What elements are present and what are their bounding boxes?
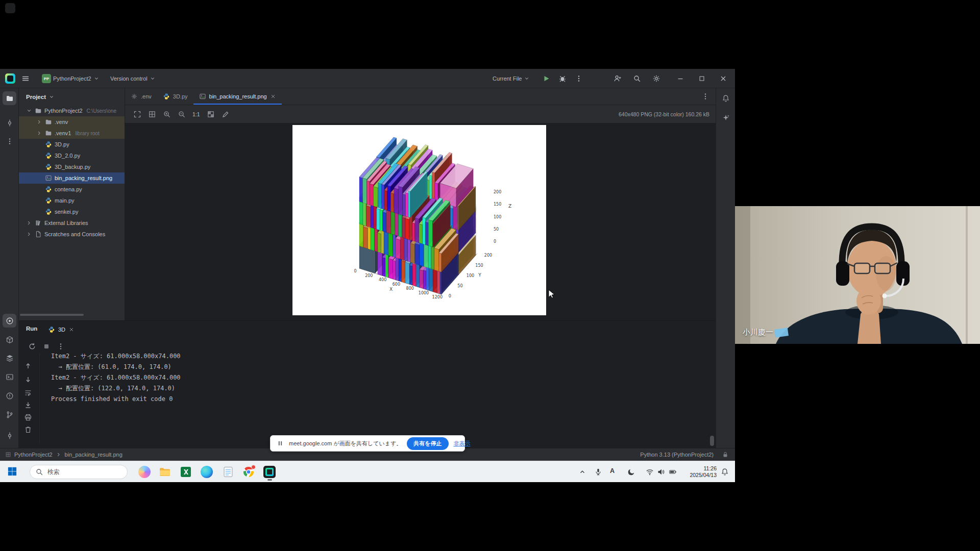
close-button[interactable] <box>713 69 734 88</box>
project-tree-item[interactable]: main.py <box>19 195 125 206</box>
grid-toggle-icon[interactable] <box>148 110 156 118</box>
zoom-in-icon[interactable] <box>163 110 171 118</box>
editor-tab[interactable]: 3D.py <box>157 88 193 105</box>
toolwindow-structure-button[interactable] <box>3 429 16 442</box>
tray-battery-button[interactable] <box>669 468 677 476</box>
run-configuration-selector[interactable]: Current File <box>493 72 530 85</box>
settings-button[interactable] <box>652 72 660 85</box>
print-button[interactable] <box>24 413 32 421</box>
start-button[interactable] <box>7 466 18 478</box>
stop-button[interactable] <box>42 342 51 350</box>
toolwindow-vcs-button[interactable] <box>3 408 16 421</box>
project-tree-item[interactable]: bin_packing_result.png <box>19 172 125 184</box>
notepad-app-icon[interactable] <box>222 466 234 478</box>
project-tree-item[interactable]: .venv1library root <box>19 128 125 139</box>
lock-icon[interactable] <box>722 451 729 458</box>
stop-sharing-button[interactable]: 共有を停止 <box>407 437 448 450</box>
project-tree-item[interactable]: Scratches and Consoles <box>19 229 125 240</box>
terminal-icon <box>6 373 14 381</box>
chevron-down-icon <box>524 76 530 82</box>
file-explorer-app-icon[interactable] <box>159 466 171 478</box>
editor-tab[interactable]: bin_packing_result.png <box>193 88 282 105</box>
tab-options-button[interactable] <box>701 92 709 101</box>
edge-app-icon[interactable] <box>201 466 213 478</box>
taskbar-clock[interactable]: 11:26 2025/04/13 <box>680 465 717 479</box>
vcs-widget[interactable]: Version control <box>110 72 156 85</box>
search-input[interactable] <box>30 465 128 479</box>
tray-wifi-button[interactable] <box>646 468 654 476</box>
transparency-checker-icon[interactable] <box>207 110 215 118</box>
tray-volume-button[interactable] <box>657 468 665 476</box>
soft-wrap-button[interactable] <box>24 389 32 397</box>
debug-button[interactable] <box>558 72 567 85</box>
project-widget[interactable]: PP PythonProject2 <box>42 72 100 85</box>
run-options-button[interactable] <box>57 342 65 350</box>
taskbar-search[interactable] <box>30 465 128 479</box>
project-tree-item[interactable]: .venv <box>19 116 125 128</box>
hide-bar-link[interactable]: 非表示 <box>454 440 471 447</box>
toolwindow-run-button[interactable] <box>3 314 16 328</box>
notifications-button[interactable] <box>719 91 732 105</box>
zoom-out-icon[interactable] <box>178 110 186 118</box>
breadcrumb-file[interactable]: bin_packing_result.png <box>65 452 122 458</box>
tab-close-icon[interactable] <box>68 327 75 333</box>
notification-center-button[interactable] <box>721 468 729 476</box>
battery-icon <box>669 468 677 476</box>
run-tab[interactable]: 3D <box>44 324 78 335</box>
console-scrollbar[interactable] <box>710 436 714 446</box>
minimize-button[interactable] <box>670 69 691 88</box>
chevron-right-icon[interactable] <box>36 119 42 125</box>
chevron-down-icon[interactable] <box>26 108 32 114</box>
editor-tab[interactable]: .env <box>125 88 157 105</box>
maximize-button[interactable] <box>691 69 713 88</box>
zoom-fit-icon[interactable] <box>133 110 141 118</box>
python-icon <box>45 208 52 215</box>
tray-microphone-button[interactable] <box>594 468 602 476</box>
project-tree-item[interactable]: 3D_backup.py <box>19 161 125 172</box>
python-interpreter-widget[interactable]: Python 3.13 (PythonProject2) <box>640 452 714 458</box>
search-everywhere-button[interactable] <box>633 72 641 85</box>
scroll-to-end-button[interactable] <box>24 401 32 409</box>
tree-item-label: Scratches and Consoles <box>44 231 105 237</box>
project-tree-item[interactable]: External Libraries <box>19 217 125 229</box>
horizontal-scrollbar[interactable] <box>20 314 84 316</box>
toolwindow-commit-button[interactable] <box>3 116 16 130</box>
copilot-app-icon[interactable] <box>138 466 151 478</box>
chevron-right-icon[interactable] <box>26 220 32 226</box>
zoom-actual-size-button[interactable]: 1:1 <box>192 111 200 117</box>
chevron-right-icon[interactable] <box>36 130 42 136</box>
excel-app-icon[interactable] <box>180 466 192 478</box>
tray-show-hidden-button[interactable] <box>578 468 586 476</box>
project-tree-item[interactable]: senkei.py <box>19 206 125 217</box>
project-tree-item[interactable]: contena.py <box>19 184 125 195</box>
tray-night-light-button[interactable] <box>627 468 635 476</box>
toolwindow-packages-button[interactable] <box>3 333 16 346</box>
tab-close-icon[interactable] <box>270 93 276 99</box>
mouse-cursor <box>548 289 557 298</box>
toolwindow-problems-button[interactable] <box>3 389 16 403</box>
project-tree-item[interactable]: 3D_2.0.py <box>19 150 125 161</box>
toolwindow-terminal-button[interactable] <box>3 370 16 384</box>
toolwindow-project-button[interactable] <box>3 91 16 105</box>
chevron-right-icon[interactable] <box>26 231 32 237</box>
chrome-app-icon[interactable] <box>242 466 255 478</box>
ai-assistant-button[interactable] <box>719 111 732 124</box>
next-occurrence-button[interactable] <box>24 375 32 384</box>
more-run-actions-button[interactable] <box>575 72 583 85</box>
project-tree-item[interactable]: PythonProject2C:\Users\one <box>19 105 125 116</box>
rerun-button[interactable] <box>28 342 36 350</box>
run-button[interactable] <box>542 72 550 85</box>
main-menu-button[interactable] <box>21 72 30 85</box>
svg-text:0: 0 <box>354 269 356 273</box>
ime-mode-indicator[interactable]: A <box>610 467 615 474</box>
project-panel-header[interactable]: Project <box>19 88 125 105</box>
project-tree-item[interactable]: 3D.py <box>19 139 125 150</box>
breadcrumb-project[interactable]: PythonProject2 <box>14 452 53 458</box>
edit-externally-icon[interactable] <box>222 110 230 118</box>
clear-console-button[interactable] <box>24 425 32 434</box>
code-with-me-button[interactable] <box>614 72 622 85</box>
prev-occurrence-button[interactable] <box>24 362 32 370</box>
toolwindow-services-button[interactable] <box>3 351 16 365</box>
toolwindow-more-button[interactable] <box>3 134 16 148</box>
pycharm-app-icon[interactable] <box>263 466 276 478</box>
